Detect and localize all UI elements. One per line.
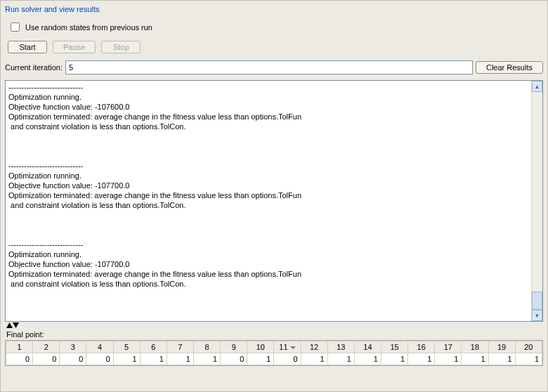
final-point-table: 1234567891011121314151617181920 00001111… bbox=[6, 341, 542, 365]
final-cell[interactable]: 1 bbox=[140, 353, 167, 365]
split-handle[interactable] bbox=[5, 322, 543, 329]
final-cell[interactable]: 1 bbox=[515, 353, 542, 365]
final-col-header[interactable]: 10 bbox=[247, 341, 274, 353]
final-col-header[interactable]: 16 bbox=[408, 341, 435, 353]
final-col-header[interactable]: 9 bbox=[221, 341, 247, 353]
scroll-down-icon[interactable]: ▼ bbox=[532, 310, 542, 321]
final-point-table-wrap: 1234567891011121314151617181920 00001111… bbox=[5, 340, 543, 366]
expand-up-icon[interactable] bbox=[6, 322, 13, 328]
expand-down-icon[interactable] bbox=[13, 322, 19, 328]
start-button[interactable]: Start bbox=[8, 41, 47, 53]
final-col-header[interactable]: 15 bbox=[381, 341, 407, 353]
final-col-header[interactable]: 14 bbox=[354, 341, 381, 353]
final-cell[interactable]: 1 bbox=[167, 353, 193, 365]
final-col-header[interactable]: 13 bbox=[327, 341, 354, 353]
final-col-header[interactable]: 7 bbox=[167, 341, 193, 353]
final-cell[interactable]: 0 bbox=[33, 353, 60, 365]
final-col-header[interactable]: 20 bbox=[515, 341, 542, 353]
iteration-input[interactable] bbox=[65, 60, 473, 74]
final-col-header[interactable]: 2 bbox=[33, 341, 60, 353]
output-text: ----------------------------- Optimizati… bbox=[6, 81, 531, 321]
use-previous-checkbox[interactable] bbox=[11, 22, 20, 32]
final-col-header[interactable]: 19 bbox=[488, 341, 515, 353]
final-cell[interactable]: 1 bbox=[462, 353, 488, 365]
final-col-header[interactable]: 4 bbox=[86, 341, 113, 353]
final-cell[interactable]: 0 bbox=[221, 353, 247, 365]
final-col-header[interactable]: 11 bbox=[274, 341, 301, 353]
final-cell[interactable]: 1 bbox=[435, 353, 462, 365]
final-col-header[interactable]: 6 bbox=[140, 341, 167, 353]
clear-results-button[interactable]: Clear Results bbox=[476, 61, 543, 74]
final-cell[interactable]: 1 bbox=[381, 353, 407, 365]
final-point-label: Final point: bbox=[5, 329, 543, 340]
final-cell[interactable]: 0 bbox=[86, 353, 113, 365]
final-cell[interactable]: 1 bbox=[301, 353, 327, 365]
sort-indicator-icon bbox=[290, 346, 296, 349]
pause-button[interactable]: Pause bbox=[53, 41, 96, 53]
final-col-header[interactable]: 5 bbox=[113, 341, 140, 353]
final-cell[interactable]: 1 bbox=[193, 353, 220, 365]
final-cell[interactable]: 0 bbox=[274, 353, 301, 365]
iteration-label: Current iteration: bbox=[5, 63, 63, 72]
stop-button[interactable]: Stop bbox=[101, 41, 141, 53]
final-col-header[interactable]: 12 bbox=[301, 341, 327, 353]
final-cell[interactable]: 1 bbox=[327, 353, 354, 365]
final-col-header[interactable]: 1 bbox=[6, 341, 33, 353]
final-cell[interactable]: 1 bbox=[488, 353, 515, 365]
final-cell[interactable]: 1 bbox=[113, 353, 140, 365]
final-cell[interactable]: 0 bbox=[6, 353, 33, 365]
final-col-header[interactable]: 8 bbox=[193, 341, 220, 353]
final-col-header[interactable]: 18 bbox=[462, 341, 488, 353]
output-panel: ----------------------------- Optimizati… bbox=[5, 80, 543, 322]
scrollbar[interactable]: ▲ ▼ bbox=[531, 81, 542, 321]
scroll-thumb[interactable] bbox=[532, 292, 542, 310]
section-title[interactable]: Run solver and view results bbox=[5, 4, 543, 16]
final-cell[interactable]: 1 bbox=[247, 353, 274, 365]
final-cell[interactable]: 1 bbox=[354, 353, 381, 365]
scroll-up-icon[interactable]: ▲ bbox=[532, 81, 542, 92]
use-previous-row[interactable]: Use random states from previous run bbox=[8, 20, 540, 34]
final-cell[interactable]: 1 bbox=[408, 353, 435, 365]
final-col-header[interactable]: 17 bbox=[435, 341, 462, 353]
use-previous-label: Use random states from previous run bbox=[25, 23, 152, 32]
final-col-header[interactable]: 3 bbox=[60, 341, 86, 353]
final-cell[interactable]: 0 bbox=[60, 353, 86, 365]
